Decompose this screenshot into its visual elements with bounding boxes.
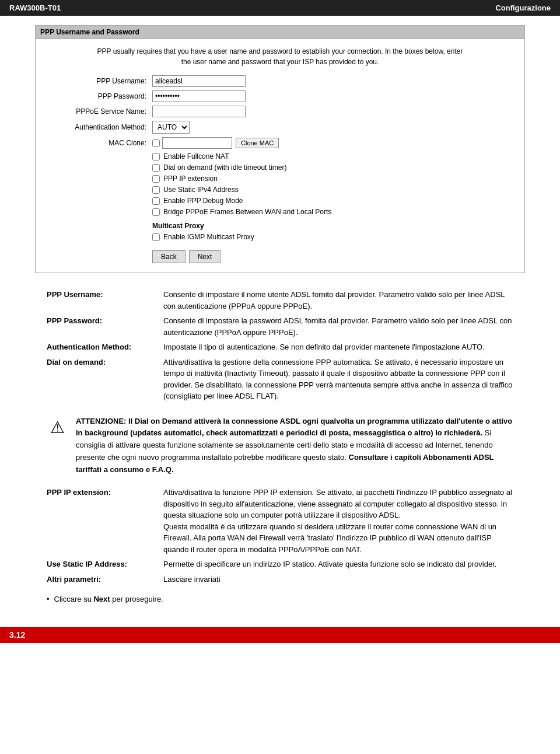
bullet-section: • Cliccare su Next per proseguire. — [35, 595, 525, 603]
dial-on-demand-checkbox[interactable] — [152, 164, 160, 172]
igmp-multicast-label: Enable IGMP Multicast Proxy — [163, 233, 254, 241]
desc-row-username: PPP Username: Consente di impostare il n… — [47, 287, 513, 313]
desc-row-password: PPP Password: Consente di impostare la p… — [47, 313, 513, 340]
bottom-section: PPP IP extension: Attiva/disattiva la fu… — [35, 485, 525, 587]
bullet-item: • Cliccare su Next per proseguire. — [47, 595, 513, 603]
bridge-pppoe-checkbox[interactable] — [152, 208, 160, 216]
warning-text: ATTENZIONE: Il Dial on Demand attiverà l… — [76, 416, 513, 476]
pppoe-row: PPPoE Service Name: — [47, 106, 513, 117]
password-row: PPP Password: — [47, 90, 513, 102]
bullet-text: Cliccare su Next per proseguire. — [54, 595, 163, 603]
mac-clone-row: MAC Clone: Clone MAC — [47, 137, 513, 149]
desc-text-dial: Attiva/disattiva la gestione della conne… — [163, 355, 513, 404]
username-row: PPP Username: — [47, 75, 513, 87]
multicast-title: Multicast Proxy — [47, 222, 513, 230]
button-row: Back Next — [47, 250, 513, 263]
page-header: RAW300B-T01 Configurazione — [0, 0, 560, 16]
auth-select[interactable]: AUTO PAP CHAP — [152, 121, 190, 134]
bridge-pppoe-row: Bridge PPPoE Frames Between WAN and Loca… — [47, 208, 513, 216]
static-ipv4-label: Use Static IPv4 Address — [163, 186, 239, 194]
bottom-text-ppp-ip: Attiva/disattiva la funzione PPP IP exte… — [163, 485, 513, 557]
desc-label-password: PPP Password: — [47, 313, 163, 340]
desc-label-dial: Dial on demand: — [47, 355, 163, 404]
ppp-debug-label: Enable PPP Debug Mode — [163, 197, 243, 205]
descriptions-section: PPP Username: Consente di impostare il n… — [35, 287, 525, 404]
bottom-row-altri: Altri parametri: Lasciare invariati — [47, 572, 513, 587]
descriptions-table: PPP Username: Consente di impostare il n… — [47, 287, 513, 404]
desc-text-password: Consente di impostare la password ADSL f… — [163, 313, 513, 340]
desc-label-auth: Authentication Method: — [47, 340, 163, 355]
mac-clone-label: MAC Clone: — [47, 139, 152, 147]
back-button[interactable]: Back — [152, 250, 186, 263]
bottom-label-altri: Altri parametri: — [47, 572, 163, 587]
pppoe-label: PPPoE Service Name: — [47, 107, 152, 116]
bottom-table: PPP IP extension: Attiva/disattiva la fu… — [47, 485, 513, 587]
section-title: Configurazione — [495, 4, 551, 12]
bottom-label-ppp-ip: PPP IP extension: — [47, 485, 163, 557]
next-button[interactable]: Next — [189, 250, 221, 263]
desc-row-dial: Dial on demand: Attiva/disattiva la gest… — [47, 355, 513, 404]
ppp-debug-checkbox[interactable] — [152, 197, 160, 205]
bottom-text-static-ip: Permette di specificare un indirizzo IP … — [163, 557, 513, 572]
bottom-row-static-ip: Use Static IP Address: Permette di speci… — [47, 557, 513, 572]
auth-label: Authentication Method: — [47, 123, 152, 131]
multicast-section: Multicast Proxy Enable IGMP Multicast Pr… — [47, 222, 513, 241]
fullcone-nat-row: Enable Fullcone NAT — [47, 152, 513, 160]
mac-clone-checkbox[interactable] — [152, 139, 160, 147]
warning-icon: ⚠ — [47, 416, 68, 476]
desc-label-username: PPP Username: — [47, 287, 163, 313]
igmp-multicast-row: Enable IGMP Multicast Proxy — [47, 233, 513, 241]
ppp-box-title: PPP Username and Password — [36, 26, 524, 39]
username-label: PPP Username: — [47, 77, 152, 85]
footer-label: 3.12 — [9, 630, 25, 640]
ppp-ip-ext-checkbox[interactable] — [152, 175, 160, 183]
bullet-next-bold: Next — [93, 595, 110, 603]
bridge-pppoe-label: Bridge PPPoE Frames Between WAN and Loca… — [163, 208, 331, 216]
bottom-row-ppp-ip: PPP IP extension: Attiva/disattiva la fu… — [47, 485, 513, 557]
footer-bar: 3.12 — [0, 627, 560, 643]
bottom-label-static-ip: Use Static IP Address: — [47, 557, 163, 572]
intro-line1: PPP usually requires that you have a use… — [97, 47, 463, 55]
bullet-dot: • — [47, 595, 50, 603]
dial-on-demand-row: Dial on demand (with idle timeout timer) — [47, 163, 513, 172]
static-ipv4-checkbox[interactable] — [152, 186, 160, 194]
ppp-ip-ext-row: PPP IP extension — [47, 174, 513, 183]
dial-on-demand-label: Dial on demand (with idle timeout timer) — [163, 163, 286, 172]
fullcone-nat-label: Enable Fullcone NAT — [163, 152, 229, 160]
ppp-debug-row: Enable PPP Debug Mode — [47, 197, 513, 205]
product-name: RAW300B-T01 — [9, 4, 61, 12]
igmp-multicast-checkbox[interactable] — [152, 233, 160, 241]
static-ipv4-row: Use Static IPv4 Address — [47, 186, 513, 194]
desc-text-username: Consente di impostare il nome utente ADS… — [163, 287, 513, 313]
password-input[interactable] — [152, 90, 246, 102]
password-label: PPP Password: — [47, 92, 152, 100]
mac-clone-input[interactable] — [162, 137, 232, 149]
fullcone-nat-checkbox[interactable] — [152, 153, 160, 160]
auth-row: Authentication Method: AUTO PAP CHAP — [47, 121, 513, 134]
warning-box: ⚠ ATTENZIONE: Il Dial on Demand attiverà… — [47, 416, 513, 476]
main-content: PPP Username and Password PPP usually re… — [0, 16, 560, 615]
bottom-text-altri: Lasciare invariati — [163, 572, 513, 587]
ppp-intro: PPP usually requires that you have a use… — [47, 46, 513, 67]
intro-line2: the user name and password that your ISP… — [181, 58, 379, 66]
ppp-ip-ext-label: PPP IP extension — [163, 174, 218, 183]
pppoe-input[interactable] — [152, 106, 246, 117]
clone-mac-button[interactable]: Clone MAC — [236, 138, 279, 148]
desc-text-auth: Impostate il tipo di autenticazione. Se … — [163, 340, 513, 355]
desc-row-auth: Authentication Method: Impostate il tipo… — [47, 340, 513, 355]
warning-bold-text: ATTENZIONE: Il Dial on Demand attiverà l… — [76, 417, 512, 438]
ppp-box: PPP Username and Password PPP usually re… — [35, 25, 525, 273]
username-input[interactable] — [152, 75, 246, 87]
